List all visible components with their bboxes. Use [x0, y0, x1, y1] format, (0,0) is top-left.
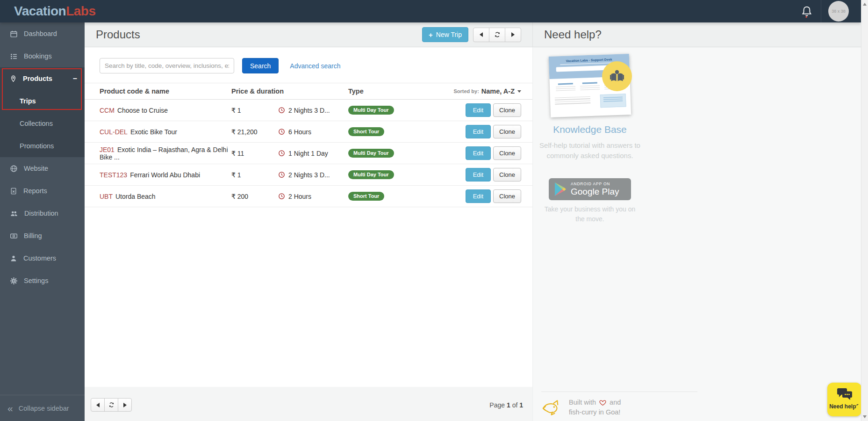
product-name: Exotic Bike Tour [130, 128, 177, 136]
table-row: JE01Exotic India – Rajasthan, Agra & Del… [85, 143, 532, 164]
clone-button[interactable]: Clone [493, 125, 521, 138]
help-header-bar: Need help? [532, 22, 861, 47]
sidebar-subitem-trips[interactable]: Trips [0, 90, 85, 112]
product-code: TEST123 [100, 171, 127, 179]
header-pager-group [473, 28, 521, 42]
product-price: ₹ 1 [231, 107, 278, 114]
collapse-sidebar-button[interactable]: « Collapse sidebar [0, 395, 85, 421]
table-row: CCMChoose to Cruise ₹ 1 2 Nights 3 D... … [85, 100, 532, 121]
product-price: ₹ 200 [231, 193, 278, 200]
product-price: ₹ 21,200 [231, 128, 278, 136]
edit-button[interactable]: Edit [466, 168, 491, 181]
knowledge-base-link[interactable]: Knowledge Base [553, 124, 627, 135]
clock-icon [278, 128, 285, 135]
sidebar-item-reports[interactable]: Reports [0, 180, 85, 202]
edit-button[interactable]: Edit [466, 125, 491, 138]
sidebar-item-label: Reports [23, 187, 47, 195]
collapse-sidebar-label: Collapse sidebar [19, 405, 69, 412]
search-row: Search Advanced search [85, 47, 532, 77]
clone-button[interactable]: Clone [493, 146, 521, 160]
clone-button[interactable]: Clone [493, 168, 521, 181]
built-with-line2: fish-curry in Goa! [569, 408, 620, 416]
knowledge-base-description: Self-help tutorial with answers to commo… [533, 140, 647, 161]
sidebar-item-label: Dashboard [24, 30, 57, 37]
avatar-placeholder-text: 38 x 38 [832, 9, 846, 14]
collapse-section-icon[interactable]: – [73, 74, 77, 83]
user-icon [10, 254, 17, 262]
notifications-button[interactable] [800, 5, 813, 19]
next-icon [511, 32, 515, 37]
built-with-part2: and [610, 399, 621, 406]
clone-button[interactable]: Clone [493, 103, 521, 117]
scroll-up-icon[interactable] [863, 3, 867, 6]
sidebar-item-website[interactable]: Website [0, 157, 85, 180]
refresh-icon [494, 31, 501, 38]
page-info: Page 1 of 1 [85, 401, 523, 409]
help-panel: Vacation Labs - Support Desk [532, 47, 861, 421]
clock-icon [278, 107, 285, 114]
plus-icon: + [429, 31, 433, 38]
scroll-down-icon[interactable] [863, 415, 867, 418]
google-play-caption: Take your business with you on the move. [533, 204, 647, 224]
table-row: UBTUtorda Beach ₹ 200 2 Hours Short Tour… [85, 186, 532, 207]
prev-icon [480, 32, 483, 37]
sidebar-item-bookings[interactable]: Bookings [0, 45, 85, 67]
page-of-word: of [512, 401, 518, 409]
sidebar-item-label: Settings [24, 277, 48, 284]
product-name: Ferrari World Abu Dhabi [130, 171, 200, 179]
search-input[interactable] [100, 58, 234, 73]
heart-icon [599, 399, 607, 406]
product-duration: 2 Nights 3 D... [288, 171, 330, 179]
page-scrollbar[interactable] [861, 0, 868, 421]
sorted-by-label: Sorted by: [453, 88, 479, 94]
product-duration: 2 Nights 3 D... [288, 107, 330, 114]
bell-icon [800, 5, 813, 19]
sidebar-subitem-promotions[interactable]: Promotions [0, 135, 85, 157]
sorted-by-value: Name, A-Z [481, 87, 515, 95]
fish-icon [541, 399, 563, 416]
globe-icon [10, 165, 18, 173]
help-panel-title: Need help? [544, 28, 602, 41]
brand-logo[interactable]: VacationLabs [14, 0, 96, 22]
page-word: Page [489, 401, 505, 409]
sidebar-item-dashboard[interactable]: Dashboard [0, 22, 85, 45]
search-button[interactable]: Search [242, 58, 279, 73]
new-trip-button[interactable]: + New Trip [422, 27, 468, 42]
sidebar-item-label: Products [23, 75, 52, 82]
chat-help-widget[interactable]: Need help? [827, 383, 861, 416]
table-row: CUL-DELExotic Bike Tour ₹ 21,200 6 Hours… [85, 121, 532, 143]
sidebar-item-settings[interactable]: Settings [0, 269, 85, 292]
brand-part-1: Vacation [14, 4, 66, 18]
product-code: UBT [100, 193, 113, 200]
bookings-list-icon [10, 52, 18, 60]
product-duration: 6 Hours [288, 128, 311, 136]
new-trip-label: New Trip [436, 31, 462, 38]
edit-button[interactable]: Edit [466, 189, 491, 203]
google-play-badge[interactable]: ANDROID APP ON Google Play [549, 178, 631, 200]
user-avatar[interactable]: 38 x 38 [828, 1, 849, 22]
built-with-text: Built with and fish-curry in Goa! [569, 398, 621, 417]
edit-button[interactable]: Edit [466, 146, 491, 160]
calendar-icon [10, 30, 18, 38]
clone-button[interactable]: Clone [493, 189, 521, 203]
advanced-search-link[interactable]: Advanced search [290, 62, 340, 70]
notification-dot [805, 16, 807, 18]
google-play-icon [554, 182, 567, 196]
main-header-bar: Products + New Trip [85, 22, 532, 47]
refresh-button[interactable] [489, 28, 505, 42]
page-current: 1 [507, 401, 510, 409]
sidebar-subitem-collections[interactable]: Collections [0, 112, 85, 135]
sidebar-item-billing[interactable]: Billing [0, 225, 85, 247]
prev-page-button[interactable] [473, 28, 489, 42]
sidebar-item-distribution[interactable]: Distribution [0, 202, 85, 225]
caret-down-icon [517, 90, 521, 93]
product-name: Utorda Beach [115, 193, 156, 200]
topbar-divider [821, 0, 821, 22]
next-page-button[interactable] [505, 28, 521, 42]
sidebar-item-label: Bookings [24, 52, 52, 60]
sidebar-item-products[interactable]: Products – [0, 67, 85, 90]
sort-dropdown[interactable]: Sorted by: Name, A-Z [432, 87, 521, 95]
edit-button[interactable]: Edit [466, 103, 491, 117]
sidebar-products-group: Products – Trips Collections Promotions [0, 67, 85, 157]
sidebar-item-customers[interactable]: Customers [0, 247, 85, 269]
